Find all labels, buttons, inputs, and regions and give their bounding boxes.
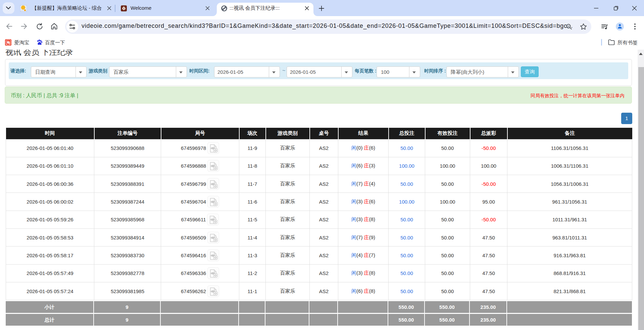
svg-text:淘: 淘 xyxy=(6,41,10,45)
